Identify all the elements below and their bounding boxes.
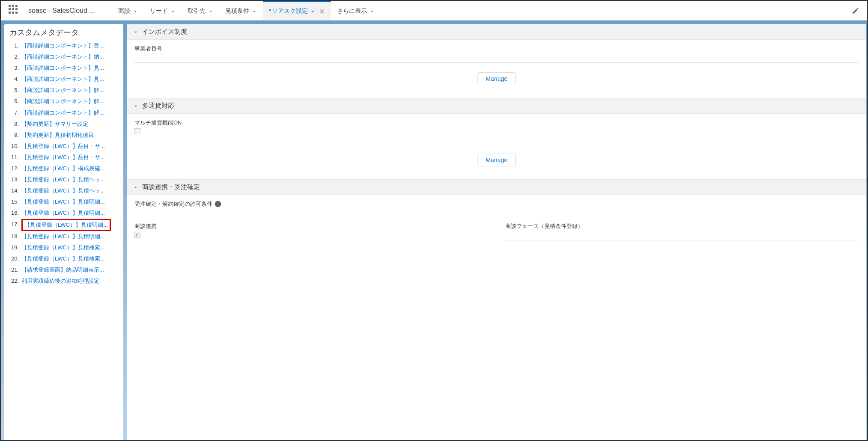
- field-value[interactable]: [505, 232, 859, 240]
- section-header[interactable]: 商談連携・受注確定: [127, 179, 866, 195]
- nav-tab-0[interactable]: 商談: [112, 1, 144, 20]
- sidebar-item-link[interactable]: 【見積登録（LWC）】見積明細...: [21, 208, 105, 218]
- sidebar-item[interactable]: 5.【商談詳細コンポーネント】解...: [4, 85, 123, 96]
- chevron-down-icon[interactable]: [252, 9, 257, 14]
- sidebar-item-num: 10.: [9, 142, 19, 151]
- sidebar-item-link[interactable]: 【商談詳細コンポーネント】納...: [21, 52, 104, 62]
- sidebar-item-num: 7.: [9, 108, 19, 118]
- section-header[interactable]: 多通貨対応: [127, 98, 866, 114]
- section-body: 受注確定・解約確定の許可条件i商談連携商談フェーズ（見積条件登録）: [127, 195, 866, 257]
- sidebar-item[interactable]: 2.【商談詳細コンポーネント】納...: [4, 51, 123, 62]
- info-icon[interactable]: i: [215, 201, 221, 207]
- sidebar-item-num: 14.: [9, 186, 19, 195]
- sidebar-item-num: 20.: [9, 254, 19, 263]
- sidebar-item-link[interactable]: 【商談詳細コンポーネント】解...: [21, 86, 104, 95]
- sidebar-item[interactable]: 7.【商談詳細コンポーネント】解...: [4, 107, 123, 118]
- sidebar-item[interactable]: 6.【商談詳細コンポーネント】解...: [4, 96, 123, 107]
- sidebar-item-link[interactable]: 【見積登録（LWC）】品目・サ...: [21, 142, 105, 151]
- sidebar-item[interactable]: 17.【見積登録（LWC）】見積明細...: [4, 219, 123, 231]
- sidebar-item[interactable]: 1.【商談詳細コンポーネント】受...: [4, 40, 123, 51]
- sidebar-item-link[interactable]: 【契約更新】見積初期化項目: [21, 130, 94, 140]
- sidebar-item[interactable]: 19.【見積登録（LWC）】見積検索...: [4, 242, 123, 253]
- nav-tab-3[interactable]: 見積条件: [219, 1, 263, 20]
- nav-tab-5[interactable]: さらに表示: [331, 1, 381, 20]
- sidebar-item[interactable]: 22.利用実績締め後の追加処理設定: [4, 275, 123, 287]
- sidebar-item-num: 12.: [9, 164, 19, 173]
- sidebar-item[interactable]: 9.【契約更新】見積初期化項目: [4, 130, 123, 141]
- sidebar-item-link[interactable]: 【請求登録画面】納品明細表示...: [21, 265, 104, 275]
- app-name: soasc - SalesCloud ...: [28, 7, 95, 15]
- checkbox[interactable]: [134, 232, 140, 238]
- sidebar-item-link[interactable]: 【商談詳細コンポーネント】受...: [21, 41, 104, 50]
- chevron-down-icon[interactable]: [208, 9, 213, 14]
- sidebar-item-link[interactable]: 【見積登録（LWC）】見積ヘッ...: [21, 186, 105, 195]
- section-header[interactable]: インボイス制度: [127, 24, 866, 40]
- field-value[interactable]: [134, 210, 859, 218]
- edit-icon[interactable]: [852, 7, 859, 15]
- sidebar-item-link[interactable]: 【契約更新】サマリー設定: [21, 119, 88, 129]
- sidebar-item-link[interactable]: 【商談詳細コンポーネント】解...: [21, 97, 104, 106]
- sidebar-item[interactable]: 4.【商談詳細コンポーネント】見...: [4, 74, 123, 85]
- nav-tab-4[interactable]: ソアスク設定: [263, 1, 331, 20]
- main-panel[interactable]: インボイス制度事業者番号Manage多通貨対応マルチ通貨機能ONManage商談…: [127, 24, 866, 440]
- nav-tab-1[interactable]: リード: [144, 1, 182, 20]
- checkbox[interactable]: [134, 128, 140, 134]
- sidebar-item-link[interactable]: 【見積登録（LWC）】品目・サ...: [21, 153, 105, 162]
- sidebar-item[interactable]: 16.【見積登録（LWC）】見積明細...: [4, 207, 123, 219]
- sidebar-item[interactable]: 10.【見積登録（LWC）】品目・サ...: [4, 141, 123, 152]
- sidebar-item-num: 2.: [9, 52, 19, 62]
- top-nav: soasc - SalesCloud ... 商談リード取引先見積条件ソアスク設…: [1, 1, 867, 21]
- field: マルチ通貨機能ON: [134, 119, 859, 144]
- sidebar-item-num: 13.: [9, 175, 19, 184]
- section-title: インボイス制度: [142, 28, 187, 36]
- chevron-down-icon[interactable]: [133, 9, 138, 14]
- sidebar-item[interactable]: 20.【見積登録（LWC）】見積検索...: [4, 253, 123, 264]
- manage-button[interactable]: Manage: [477, 154, 516, 166]
- sidebar-item[interactable]: 12.【見積登録（LWC）】構成表確...: [4, 163, 123, 174]
- sidebar-item-link[interactable]: 利用実績締め後の追加処理設定: [21, 276, 99, 286]
- chevron-down-icon[interactable]: [170, 9, 176, 14]
- sidebar-item[interactable]: 13.【見積登録（LWC）】見積ヘッ...: [4, 174, 123, 185]
- sidebar-item-num: 21.: [9, 265, 19, 275]
- sidebar-item-num: 9.: [9, 130, 19, 140]
- sidebar-item-num: 4.: [9, 74, 19, 84]
- sidebar-item-num: 22.: [9, 276, 19, 286]
- nav-tab-label: 見積条件: [225, 7, 249, 15]
- manage-button[interactable]: Manage: [477, 72, 516, 85]
- sidebar-item[interactable]: 3.【商談詳細コンポーネント】見...: [4, 62, 123, 74]
- chevron-down-icon[interactable]: [370, 9, 375, 14]
- sidebar-item-link[interactable]: 【見積登録（LWC）】見積明細...: [21, 232, 105, 241]
- sidebar-item-link[interactable]: 【見積登録（LWC）】構成表確...: [21, 164, 105, 173]
- sidebar-list[interactable]: 1.【商談詳細コンポーネント】受...2.【商談詳細コンポーネント】納...3.…: [4, 40, 123, 440]
- sidebar-item[interactable]: 8.【契約更新】サマリー設定: [4, 118, 123, 130]
- sidebar-item-link[interactable]: 【見積登録（LWC）】見積ヘッ...: [21, 175, 105, 184]
- sidebar-item-num: 18.: [9, 232, 19, 241]
- nav-tab-2[interactable]: 取引先: [182, 1, 219, 20]
- sidebar-item-link[interactable]: 【商談詳細コンポーネント】見...: [21, 74, 104, 84]
- sidebar-item[interactable]: 18.【見積登録（LWC）】見積明細...: [4, 231, 123, 242]
- nav-tab-label: 商談: [118, 7, 130, 15]
- section-title: 多通貨対応: [142, 102, 174, 110]
- sidebar-item-num: 5.: [9, 86, 19, 95]
- chevron-down-icon: [133, 29, 139, 35]
- chevron-down-icon[interactable]: [310, 9, 316, 14]
- sidebar-item[interactable]: 14.【見積登録（LWC）】見積ヘッ...: [4, 185, 123, 196]
- sidebar-item-link[interactable]: 【商談詳細コンポーネント】解...: [21, 108, 104, 118]
- sidebar-item[interactable]: 15.【見積登録（LWC）】見積明細...: [4, 196, 123, 207]
- sidebar-item-link[interactable]: 【見積登録（LWC）】見積検索...: [21, 243, 105, 252]
- close-icon[interactable]: [319, 8, 325, 14]
- app-launcher-icon[interactable]: [9, 5, 21, 17]
- field: 事業者番号: [134, 45, 859, 63]
- field: 商談フェーズ（見積条件登録）: [505, 222, 859, 247]
- sidebar-item-link[interactable]: 【商談詳細コンポーネント】見...: [21, 63, 104, 73]
- sidebar-item-link[interactable]: 【見積登録（LWC）】見積明細...: [21, 197, 105, 207]
- sidebar-item-link[interactable]: 【見積登録（LWC）】見積検索...: [21, 254, 105, 263]
- sidebar-item-link[interactable]: 【見積登録（LWC）】見積明細...: [21, 219, 111, 231]
- sidebar-item[interactable]: 11.【見積登録（LWC）】品目・サ...: [4, 152, 123, 163]
- sidebar-item-num: 15.: [9, 197, 19, 207]
- field-value[interactable]: [134, 54, 859, 63]
- sidebar-item[interactable]: 21.【請求登録画面】納品明細表示...: [4, 264, 123, 275]
- nav-tab-label: ソアスク設定: [269, 7, 308, 15]
- sidebar-item-num: 17.: [9, 220, 19, 230]
- section-body: マルチ通貨機能ONManage: [127, 114, 866, 179]
